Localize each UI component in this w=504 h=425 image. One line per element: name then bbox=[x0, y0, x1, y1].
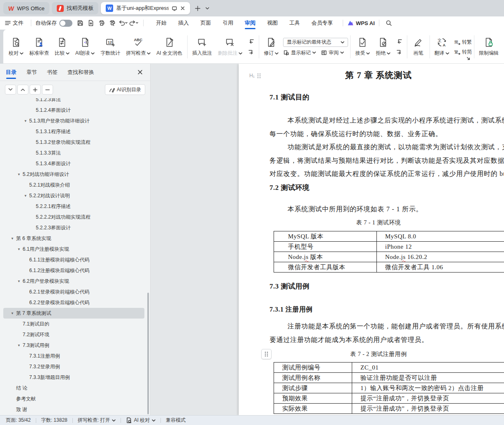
outline-item[interactable]: ▼ 7.3.3新增题目用例 bbox=[3, 372, 144, 383]
autosave-toggle[interactable] bbox=[59, 20, 72, 27]
promote-button[interactable] bbox=[30, 85, 41, 95]
page-indicator[interactable]: 页面: 35/42 bbox=[6, 417, 31, 424]
expand-all-button[interactable] bbox=[5, 85, 16, 95]
menu-tab[interactable]: 页面 bbox=[195, 16, 217, 30]
to-traditional-button[interactable]: 简 转繁 bbox=[454, 39, 472, 46]
outline-item[interactable]: ▼ 第 7 章系统测试 bbox=[3, 308, 144, 319]
next-comment-button[interactable] bbox=[246, 49, 255, 56]
track-changes-button[interactable]: 修订 bbox=[261, 36, 281, 58]
spell-check-button[interactable]: ABC 拼写检查 bbox=[123, 36, 153, 58]
search-button[interactable] bbox=[383, 18, 394, 28]
sidebar-tab[interactable]: 章节 bbox=[26, 64, 37, 81]
print-button[interactable] bbox=[96, 18, 107, 28]
to-simplified-button[interactable]: 繁 转简 bbox=[454, 49, 472, 55]
table-drag-handle[interactable] bbox=[261, 349, 272, 359]
tab-docer-templates[interactable]: 找稻壳模板 bbox=[52, 2, 98, 14]
menu-tab[interactable]: 开始 bbox=[150, 16, 172, 30]
outline-item[interactable]: ▼ 5.2.2.2对战功能实现流程 bbox=[3, 212, 144, 222]
outline-item[interactable]: ▼ 5.2.1对战模块介绍 bbox=[3, 180, 144, 190]
review-pane-button[interactable]: 审阅 bbox=[321, 49, 344, 56]
outline-item[interactable]: ▼ 5.1.2.4界面设计 bbox=[3, 105, 144, 115]
caret-down-icon[interactable]: ▼ bbox=[17, 247, 23, 251]
proofread-button[interactable]: 校对 bbox=[6, 36, 26, 58]
outline-item[interactable]: ▼ 结 论 bbox=[3, 383, 144, 393]
outline-item[interactable]: ▼ 7.1测试目的 bbox=[3, 319, 144, 329]
outline-item[interactable]: ▼ 6.1用户注册模块实现 bbox=[3, 244, 144, 254]
tab-document[interactable]: W 基于uni-app和Express的问卷 bbox=[101, 2, 190, 14]
compatibility-mode-indicator[interactable]: 兼容模式 bbox=[166, 417, 186, 424]
menu-tab[interactable]: 会员专享 bbox=[306, 16, 339, 30]
tab-list-chevron-icon[interactable] bbox=[202, 3, 212, 13]
markup-state-select[interactable]: 显示标记的最终状态 bbox=[283, 38, 348, 47]
outline-item[interactable]: ▼ 5.1.3.4界面设计 bbox=[3, 158, 144, 169]
caret-down-icon[interactable]: ▼ bbox=[17, 279, 23, 283]
caret-down-icon[interactable]: ▼ bbox=[24, 119, 29, 123]
outline-item[interactable]: ▼ 5.2.2.3界面设计 bbox=[3, 222, 144, 233]
tab-wps-office[interactable]: W WPS Office bbox=[3, 2, 49, 14]
group-expander-icon[interactable] bbox=[467, 57, 470, 60]
caret-down-icon[interactable]: ▼ bbox=[11, 312, 16, 315]
next-change-button[interactable] bbox=[395, 49, 404, 56]
outline-item[interactable]: ▼ 5.2对战功能详细设计 bbox=[3, 169, 144, 180]
compare-button[interactable]: 比较 bbox=[52, 36, 72, 58]
sidebar-tab[interactable]: 查找和替换 bbox=[67, 64, 94, 81]
outline-item[interactable]: ▼ 第 6 章系统实现 bbox=[3, 233, 144, 244]
outline-item[interactable]: ▼ 7.3.1注册用例 bbox=[3, 351, 144, 361]
outline-item[interactable]: ▼ 5.2.2对战设计说明 bbox=[3, 190, 144, 201]
demote-button[interactable] bbox=[42, 85, 53, 95]
outline-item[interactable]: ▼ 5.1.3.3算法 bbox=[3, 148, 144, 158]
previous-comment-button[interactable] bbox=[246, 38, 255, 45]
caret-down-icon[interactable]: ▼ bbox=[24, 194, 29, 198]
document-page[interactable]: H₁ 第 7 章 系统测试 7.1 测试目的 本系统测试是对经过上述步骤之后实现… bbox=[239, 64, 504, 415]
word-count-button[interactable]: 12 字数统计 bbox=[98, 36, 123, 58]
restrict-editing-button[interactable]: 限制编辑 bbox=[476, 36, 502, 58]
outline-item[interactable]: ▼ 5.1.3.2登录功能实现流程 bbox=[3, 137, 144, 148]
caret-down-icon[interactable]: ▼ bbox=[17, 344, 23, 347]
new-tab-button[interactable] bbox=[193, 3, 202, 13]
sidebar-scrollbar[interactable] bbox=[147, 293, 149, 414]
close-sidebar-icon[interactable] bbox=[135, 68, 144, 77]
outline-item[interactable]: ▼ 致 谢 bbox=[3, 404, 144, 415]
show-markup-button[interactable]: 显示标记 bbox=[283, 49, 316, 56]
outline-item[interactable]: ▼ 6.2用户登录模块实现 bbox=[3, 276, 144, 286]
outline-item[interactable]: ▼ 5.2.2.1程序描述 bbox=[3, 201, 144, 212]
undo-button[interactable] bbox=[118, 18, 128, 28]
ai-proofread-indicator[interactable]: AI 校对 bbox=[126, 417, 156, 424]
spellcheck-indicator[interactable]: 拼写检查: 打开 bbox=[78, 417, 116, 424]
ai-polish-button[interactable]: AI 全文润色 bbox=[153, 36, 185, 58]
outline-item[interactable]: ▼ 6.1.1注册模块前端核心代码 bbox=[3, 254, 144, 265]
menu-tab[interactable]: 审阅 bbox=[239, 16, 261, 30]
save-button[interactable] bbox=[75, 18, 86, 28]
previous-change-button[interactable] bbox=[395, 38, 404, 45]
outline-item[interactable]: ▼ 5.1.2.3算法 bbox=[3, 98, 144, 105]
caret-down-icon[interactable]: ▼ bbox=[17, 173, 23, 176]
menu-tab[interactable]: 工具 bbox=[283, 16, 306, 30]
sidebar-tab[interactable]: 目录 bbox=[6, 64, 16, 81]
outline-item[interactable]: ▼ 5.1.3用户登录功能详细设计 bbox=[3, 115, 144, 126]
accept-change-button[interactable]: 接受 bbox=[352, 36, 373, 58]
delete-comment-button[interactable]: 删除批注 bbox=[215, 36, 245, 58]
open-in-window-icon[interactable] bbox=[172, 5, 177, 11]
ai-recognize-toc-button[interactable]: AI识别目录 bbox=[105, 84, 145, 95]
ink-brush-button[interactable]: 画笔 bbox=[409, 36, 427, 58]
insert-comment-button[interactable]: 插入批注 bbox=[189, 36, 215, 58]
outline-item[interactable]: ▼ 5.1.3.1程序描述 bbox=[3, 126, 144, 137]
print-preview-button[interactable] bbox=[107, 18, 118, 28]
caret-down-icon[interactable]: ▼ bbox=[11, 237, 16, 240]
standard-review-button[interactable]: 标准审查 bbox=[26, 36, 52, 58]
outline-item[interactable]: ▼ 6.2.2登录模块后端核心代码 bbox=[3, 297, 144, 308]
outline-item[interactable]: ▼ 7.2测试环境 bbox=[3, 329, 144, 340]
redo-button[interactable] bbox=[128, 18, 139, 28]
ai-read-aloud-button[interactable]: AI朗读 bbox=[72, 36, 98, 58]
translate-button[interactable]: 文A 翻译 bbox=[432, 36, 452, 58]
wps-ai-button[interactable]: WPS AI bbox=[347, 20, 375, 26]
collapse-all-button[interactable] bbox=[17, 85, 28, 95]
outline-item[interactable]: ▼ 7.3.2登录用例 bbox=[3, 361, 144, 372]
file-menu[interactable]: 文件 bbox=[5, 19, 23, 27]
outline-item[interactable]: ▼ 6.1.2注册模块后端核心代码 bbox=[3, 265, 144, 276]
close-tab-icon[interactable] bbox=[180, 6, 185, 11]
sidebar-tab[interactable]: 书签 bbox=[47, 64, 58, 81]
outline-item[interactable]: ▼ 参考文献 bbox=[3, 393, 144, 404]
menu-tab[interactable]: 引用 bbox=[217, 16, 239, 30]
menu-tab[interactable]: 视图 bbox=[261, 16, 283, 30]
